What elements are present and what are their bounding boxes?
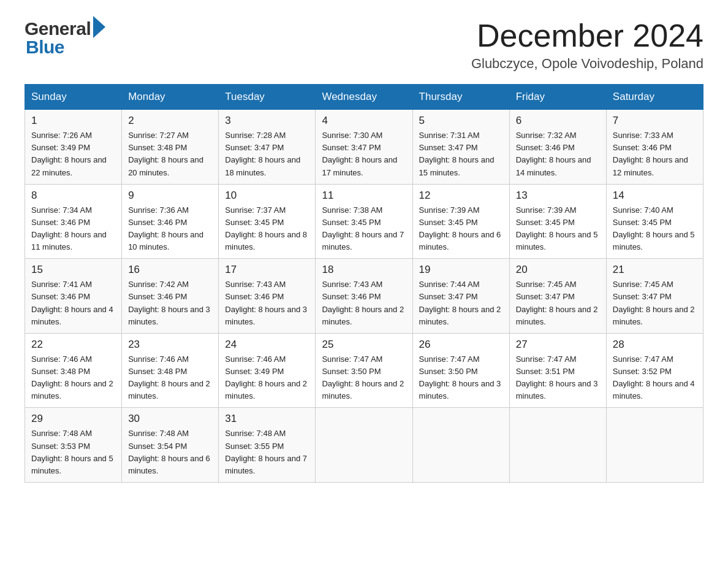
day-info: Sunrise: 7:32 AMSunset: 3:46 PMDaylight:… <box>516 129 600 179</box>
day-number: 29 <box>31 413 115 425</box>
day-info: Sunrise: 7:40 AMSunset: 3:45 PMDaylight:… <box>613 204 697 254</box>
day-info: Sunrise: 7:43 AMSunset: 3:46 PMDaylight:… <box>225 278 309 328</box>
calendar-day-cell <box>412 408 509 483</box>
calendar-day-cell: 12Sunrise: 7:39 AMSunset: 3:45 PMDayligh… <box>412 184 509 259</box>
location-subtitle: Glubczyce, Opole Voivodeship, Poland <box>471 56 703 72</box>
day-info: Sunrise: 7:46 AMSunset: 3:48 PMDaylight:… <box>128 353 212 403</box>
calendar-week-row: 22Sunrise: 7:46 AMSunset: 3:48 PMDayligh… <box>25 333 703 408</box>
day-number: 31 <box>225 413 309 425</box>
calendar-day-cell: 13Sunrise: 7:39 AMSunset: 3:45 PMDayligh… <box>509 184 606 259</box>
calendar-day-cell: 25Sunrise: 7:47 AMSunset: 3:50 PMDayligh… <box>316 333 412 408</box>
day-number: 9 <box>128 190 212 202</box>
header-col-sunday: Sunday <box>25 85 122 110</box>
day-info: Sunrise: 7:47 AMSunset: 3:52 PMDaylight:… <box>613 353 697 403</box>
calendar-day-cell: 5Sunrise: 7:31 AMSunset: 3:47 PMDaylight… <box>412 110 509 185</box>
day-info: Sunrise: 7:39 AMSunset: 3:45 PMDaylight:… <box>419 204 503 254</box>
day-info: Sunrise: 7:27 AMSunset: 3:48 PMDaylight:… <box>128 129 212 179</box>
day-number: 4 <box>322 115 406 127</box>
day-info: Sunrise: 7:47 AMSunset: 3:50 PMDaylight:… <box>419 353 503 403</box>
calendar-day-cell: 22Sunrise: 7:46 AMSunset: 3:48 PMDayligh… <box>25 333 122 408</box>
day-number: 27 <box>516 339 600 351</box>
day-info: Sunrise: 7:47 AMSunset: 3:50 PMDaylight:… <box>322 353 406 403</box>
header-col-wednesday: Wednesday <box>316 85 412 110</box>
day-number: 17 <box>225 264 309 276</box>
day-number: 6 <box>516 115 600 127</box>
calendar-day-cell: 29Sunrise: 7:48 AMSunset: 3:53 PMDayligh… <box>25 408 122 483</box>
calendar-day-cell: 31Sunrise: 7:48 AMSunset: 3:55 PMDayligh… <box>219 408 316 483</box>
calendar-day-cell: 1Sunrise: 7:26 AMSunset: 3:49 PMDaylight… <box>25 110 122 185</box>
day-info: Sunrise: 7:39 AMSunset: 3:45 PMDaylight:… <box>516 204 600 254</box>
day-info: Sunrise: 7:31 AMSunset: 3:47 PMDaylight:… <box>419 129 503 179</box>
day-info: Sunrise: 7:38 AMSunset: 3:45 PMDaylight:… <box>322 204 406 254</box>
day-number: 24 <box>225 339 309 351</box>
logo: General Blue <box>25 18 105 58</box>
day-info: Sunrise: 7:48 AMSunset: 3:55 PMDaylight:… <box>225 427 309 477</box>
calendar-day-cell: 17Sunrise: 7:43 AMSunset: 3:46 PMDayligh… <box>219 259 316 334</box>
calendar-day-cell: 27Sunrise: 7:47 AMSunset: 3:51 PMDayligh… <box>509 333 606 408</box>
calendar-week-row: 15Sunrise: 7:41 AMSunset: 3:46 PMDayligh… <box>25 259 703 334</box>
day-number: 14 <box>613 190 697 202</box>
page-header: General Blue December 2024 Glubczyce, Op… <box>25 18 703 72</box>
day-number: 13 <box>516 190 600 202</box>
day-number: 5 <box>419 115 503 127</box>
day-info: Sunrise: 7:48 AMSunset: 3:53 PMDaylight:… <box>31 427 115 477</box>
calendar-day-cell: 21Sunrise: 7:45 AMSunset: 3:47 PMDayligh… <box>606 259 703 334</box>
header-col-saturday: Saturday <box>606 85 703 110</box>
calendar-table: SundayMondayTuesdayWednesdayThursdayFrid… <box>25 84 703 483</box>
day-number: 10 <box>225 190 309 202</box>
calendar-day-cell: 3Sunrise: 7:28 AMSunset: 3:47 PMDaylight… <box>219 110 316 185</box>
day-number: 1 <box>31 115 115 127</box>
day-number: 20 <box>516 264 600 276</box>
calendar-day-cell: 9Sunrise: 7:36 AMSunset: 3:46 PMDaylight… <box>122 184 219 259</box>
day-info: Sunrise: 7:46 AMSunset: 3:48 PMDaylight:… <box>31 353 115 403</box>
day-info: Sunrise: 7:48 AMSunset: 3:54 PMDaylight:… <box>128 427 212 477</box>
day-number: 2 <box>128 115 212 127</box>
calendar-day-cell: 23Sunrise: 7:46 AMSunset: 3:48 PMDayligh… <box>122 333 219 408</box>
day-number: 23 <box>128 339 212 351</box>
day-number: 12 <box>419 190 503 202</box>
header-col-tuesday: Tuesday <box>219 85 316 110</box>
calendar-day-cell: 18Sunrise: 7:43 AMSunset: 3:46 PMDayligh… <box>316 259 412 334</box>
calendar-day-cell: 11Sunrise: 7:38 AMSunset: 3:45 PMDayligh… <box>316 184 412 259</box>
day-info: Sunrise: 7:28 AMSunset: 3:47 PMDaylight:… <box>225 129 309 179</box>
calendar-day-cell: 26Sunrise: 7:47 AMSunset: 3:50 PMDayligh… <box>412 333 509 408</box>
calendar-day-cell <box>316 408 412 483</box>
day-info: Sunrise: 7:44 AMSunset: 3:47 PMDaylight:… <box>419 278 503 328</box>
calendar-day-cell: 6Sunrise: 7:32 AMSunset: 3:46 PMDaylight… <box>509 110 606 185</box>
calendar-day-cell: 24Sunrise: 7:46 AMSunset: 3:49 PMDayligh… <box>219 333 316 408</box>
calendar-day-cell: 20Sunrise: 7:45 AMSunset: 3:47 PMDayligh… <box>509 259 606 334</box>
day-info: Sunrise: 7:42 AMSunset: 3:46 PMDaylight:… <box>128 278 212 328</box>
header-col-monday: Monday <box>122 85 219 110</box>
day-number: 30 <box>128 413 212 425</box>
day-number: 7 <box>613 115 697 127</box>
day-info: Sunrise: 7:43 AMSunset: 3:46 PMDaylight:… <box>322 278 406 328</box>
day-number: 21 <box>613 264 697 276</box>
month-title: December 2024 <box>471 18 703 53</box>
calendar-day-cell: 28Sunrise: 7:47 AMSunset: 3:52 PMDayligh… <box>606 333 703 408</box>
day-info: Sunrise: 7:36 AMSunset: 3:46 PMDaylight:… <box>128 204 212 254</box>
calendar-day-cell: 4Sunrise: 7:30 AMSunset: 3:47 PMDaylight… <box>316 110 412 185</box>
calendar-day-cell: 8Sunrise: 7:34 AMSunset: 3:46 PMDaylight… <box>25 184 122 259</box>
calendar-day-cell <box>509 408 606 483</box>
calendar-header-row: SundayMondayTuesdayWednesdayThursdayFrid… <box>25 85 703 110</box>
day-info: Sunrise: 7:47 AMSunset: 3:51 PMDaylight:… <box>516 353 600 403</box>
calendar-day-cell: 30Sunrise: 7:48 AMSunset: 3:54 PMDayligh… <box>122 408 219 483</box>
day-number: 16 <box>128 264 212 276</box>
day-number: 28 <box>613 339 697 351</box>
calendar-day-cell <box>606 408 703 483</box>
calendar-week-row: 8Sunrise: 7:34 AMSunset: 3:46 PMDaylight… <box>25 184 703 259</box>
day-number: 25 <box>322 339 406 351</box>
calendar-day-cell: 2Sunrise: 7:27 AMSunset: 3:48 PMDaylight… <box>122 110 219 185</box>
day-info: Sunrise: 7:33 AMSunset: 3:46 PMDaylight:… <box>613 129 697 179</box>
header-col-friday: Friday <box>509 85 606 110</box>
day-info: Sunrise: 7:41 AMSunset: 3:46 PMDaylight:… <box>31 278 115 328</box>
calendar-week-row: 1Sunrise: 7:26 AMSunset: 3:49 PMDaylight… <box>25 110 703 185</box>
day-number: 15 <box>31 264 115 276</box>
day-number: 3 <box>225 115 309 127</box>
day-info: Sunrise: 7:30 AMSunset: 3:47 PMDaylight:… <box>322 129 406 179</box>
calendar-week-row: 29Sunrise: 7:48 AMSunset: 3:53 PMDayligh… <box>25 408 703 483</box>
calendar-day-cell: 19Sunrise: 7:44 AMSunset: 3:47 PMDayligh… <box>412 259 509 334</box>
calendar-day-cell: 7Sunrise: 7:33 AMSunset: 3:46 PMDaylight… <box>606 110 703 185</box>
day-info: Sunrise: 7:46 AMSunset: 3:49 PMDaylight:… <box>225 353 309 403</box>
day-number: 19 <box>419 264 503 276</box>
